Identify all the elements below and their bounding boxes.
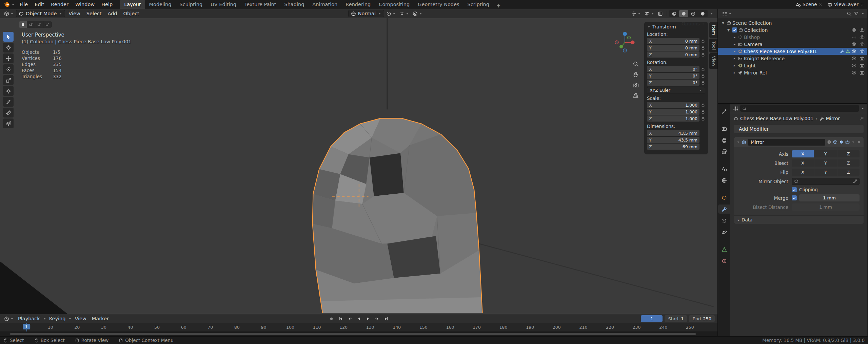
timeline-menu-keying[interactable]: Keying <box>46 314 68 323</box>
hide-eye-icon[interactable] <box>851 56 856 61</box>
bisect-x-button[interactable]: X <box>792 159 814 167</box>
properties-search[interactable] <box>740 105 859 112</box>
eyedropper-icon[interactable] <box>853 179 857 184</box>
modifier-extras-icon[interactable] <box>851 140 855 144</box>
overlays-toggle[interactable] <box>643 10 656 17</box>
modifier-name-field[interactable]: Mirror <box>748 139 825 146</box>
outliner-row-chess-piece[interactable]: ▸ Chess Piece Base Low Poly.001 <box>718 48 867 55</box>
editor-type-button[interactable] <box>3 10 15 17</box>
shading-rendered-button[interactable] <box>698 10 707 17</box>
expander-icon[interactable]: ▸ <box>732 35 737 39</box>
select-mode-subtract-button[interactable] <box>35 21 43 28</box>
menu-help[interactable]: Help <box>98 0 116 9</box>
expander-icon[interactable]: ▸ <box>732 57 737 60</box>
expander-icon[interactable]: ▸ <box>732 42 737 46</box>
workspace-tab-texture-paint[interactable]: Texture Paint <box>240 0 280 9</box>
disable-render-icon[interactable] <box>860 35 865 40</box>
menu-file[interactable]: File <box>16 0 31 9</box>
perspective-toggle-icon[interactable] <box>633 92 639 99</box>
lock-icon[interactable] <box>701 67 705 71</box>
lock-icon[interactable] <box>701 46 705 50</box>
transform-orientation-dropdown[interactable]: Normal <box>348 10 384 17</box>
properties-tab-scene[interactable] <box>718 164 730 173</box>
axis-x-button[interactable]: X <box>792 150 814 157</box>
location-x-field[interactable]: X0 mm <box>647 38 699 44</box>
flip-z-button[interactable]: Z <box>837 169 860 176</box>
shading-material-button[interactable] <box>689 10 698 17</box>
properties-tab-modifiers[interactable] <box>718 205 730 214</box>
properties-tab-output[interactable] <box>718 135 730 145</box>
navigation-gizmo[interactable] <box>613 30 637 54</box>
display-edit-mode-toggle[interactable] <box>833 140 837 144</box>
mesh-data-icon[interactable] <box>846 49 850 53</box>
viewport-canvas[interactable]: Options User Perspective (1) Colle <box>0 18 717 314</box>
bisect-y-button[interactable]: Y <box>814 159 836 167</box>
properties-editor-icon[interactable] <box>733 106 738 111</box>
workspace-tab-sculpting[interactable]: Sculpting <box>175 0 206 9</box>
chess-piece-mesh[interactable] <box>313 118 482 313</box>
flip-x-button[interactable]: X <box>792 169 814 176</box>
menu-render[interactable]: Render <box>47 0 72 9</box>
mirror-object-field[interactable] <box>792 178 860 185</box>
viewport-menu-view[interactable]: View <box>66 9 83 18</box>
hide-eye-icon[interactable] <box>851 42 856 47</box>
rotation-z-field[interactable]: Z0° <box>647 80 699 86</box>
view-layer-selector[interactable]: ViewLayer <box>827 2 864 7</box>
workspace-tab-geometry-nodes[interactable]: Geometry Nodes <box>414 0 463 9</box>
zoom-icon[interactable] <box>633 61 639 67</box>
lock-icon[interactable] <box>701 39 705 43</box>
prev-keyframe-button[interactable] <box>346 315 354 322</box>
bisect-distance-field[interactable]: 1 mm <box>792 203 860 211</box>
proportional-edit-toggle[interactable] <box>411 10 424 17</box>
workspace-tab-compositing[interactable]: Compositing <box>375 0 414 9</box>
data-subpanel-header[interactable]: ▸Data <box>734 215 864 224</box>
hide-eye-icon[interactable] <box>851 63 856 68</box>
dimensions-x-field[interactable]: X43.5 mm <box>647 130 699 136</box>
snap-toggle[interactable] <box>398 10 411 17</box>
viewport-menu-add[interactable]: Add <box>105 9 120 18</box>
disable-render-icon[interactable] <box>860 27 865 33</box>
properties-tab-object[interactable] <box>718 193 730 202</box>
disable-render-icon[interactable] <box>860 63 865 68</box>
display-render-toggle[interactable] <box>845 140 850 144</box>
dimensions-z-field[interactable]: Z69 mm <box>647 144 699 150</box>
viewport-menu-object[interactable]: Object <box>121 9 142 18</box>
menu-edit[interactable]: Edit <box>31 0 47 9</box>
move-tool[interactable] <box>3 53 14 63</box>
workspace-tab-shading[interactable]: Shading <box>280 0 308 9</box>
play-button[interactable] <box>364 315 372 322</box>
lock-icon[interactable] <box>701 103 705 107</box>
timeline-editor-type-button[interactable] <box>3 315 15 322</box>
chevron-down-icon[interactable] <box>861 12 865 16</box>
outliner-row-bishop[interactable]: ▸ Bishop <box>718 34 867 41</box>
properties-tab-material[interactable] <box>718 256 730 265</box>
modifier-wrench-icon[interactable] <box>840 49 844 53</box>
rotation-y-field[interactable]: Y0° <box>647 73 699 79</box>
xray-toggle[interactable] <box>656 10 664 17</box>
scale-tool[interactable] <box>3 75 14 85</box>
jump-to-start-button[interactable] <box>336 315 344 322</box>
properties-tab-world[interactable] <box>718 176 730 185</box>
properties-tab-tool[interactable] <box>718 107 730 116</box>
shading-solid-button[interactable] <box>679 10 688 17</box>
lock-icon[interactable] <box>701 74 705 78</box>
annotate-tool[interactable] <box>3 97 14 107</box>
outliner-editor-type-button[interactable] <box>721 10 733 17</box>
expander-icon[interactable]: ▼ <box>721 21 725 25</box>
outliner-row-camera[interactable]: ▸ Camera <box>718 41 867 48</box>
scrollbar-thumb[interactable] <box>10 333 696 335</box>
hide-eye-icon[interactable] <box>851 27 856 33</box>
viewport-menu-select[interactable]: Select <box>84 9 104 18</box>
workspace-tab-modeling[interactable]: Modeling <box>145 0 176 9</box>
disable-render-icon[interactable] <box>860 49 865 54</box>
location-z-field[interactable]: Z0 mm <box>647 51 699 58</box>
select-mode-extend-button[interactable] <box>27 21 35 28</box>
lock-icon[interactable] <box>701 81 705 85</box>
timeline-menu-playback[interactable]: Playback <box>15 314 43 323</box>
timeline-ruler[interactable]: 10 20 30 40 50 60 70 80 90 100 110 120 1… <box>0 323 717 332</box>
unlink-scene-icon[interactable] <box>819 3 823 6</box>
scale-z-field[interactable]: Z1.000 <box>647 115 699 122</box>
chevron-down-icon[interactable] <box>861 107 865 110</box>
workspace-tab-scripting[interactable]: Scripting <box>463 0 493 9</box>
playhead-frame-badge[interactable]: 1 <box>23 324 30 329</box>
